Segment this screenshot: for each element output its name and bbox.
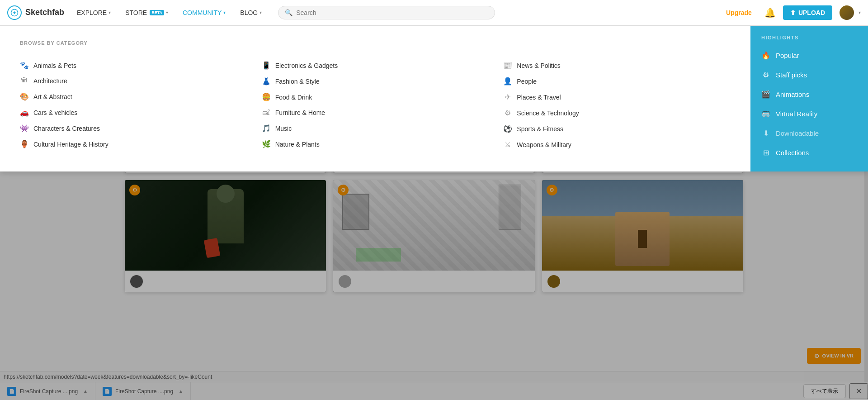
cat-cultural[interactable]: 🏺 Cultural Heritage & History: [18, 136, 249, 152]
upload-button[interactable]: ⬆ UPLOAD: [783, 5, 832, 20]
cars-icon: 🚗: [20, 108, 29, 117]
news-icon: 📰: [503, 61, 512, 70]
community-menu[interactable]: COMMUNITY ▾: [177, 5, 231, 20]
search-icon: 🔍: [285, 9, 292, 16]
people-icon: 👤: [503, 77, 512, 86]
logo-icon: [7, 5, 22, 20]
highlights-panel: HIGHLIGHTS 🔥 Popular ⚙ Staff picks 🎬 Ani…: [750, 26, 868, 171]
highlight-popular[interactable]: 🔥 Popular: [750, 46, 868, 65]
upload-arrow-icon: ⬆: [790, 9, 796, 16]
furniture-icon: 🛋: [262, 109, 271, 117]
blog-chevron-icon: ▾: [259, 10, 262, 15]
cat-characters[interactable]: 👾 Characters & Creatures: [18, 120, 249, 136]
food-icon: 🍔: [262, 93, 271, 101]
explore-chevron-icon: ▾: [108, 10, 111, 15]
cat-people[interactable]: 👤 People: [501, 73, 732, 89]
cultural-icon: 🏺: [20, 140, 29, 148]
staffpicks-gear-icon: ⚙: [761, 71, 770, 79]
upgrade-button[interactable]: Upgrade: [721, 9, 757, 16]
community-chevron-icon: ▾: [223, 10, 226, 15]
search-box: 🔍: [278, 6, 495, 19]
categories-col1: 🐾 Animals & Pets 🏛 Architecture 🎨 Art & …: [18, 57, 249, 161]
highlight-animations[interactable]: 🎬 Animations: [750, 85, 868, 104]
categories-panel: BROWSE BY CATEGORY 🐾 Animals & Pets 🏛 Ar…: [0, 26, 750, 171]
architecture-icon: 🏛: [20, 77, 29, 85]
cat-weapons[interactable]: ⚔ Weapons & Military: [501, 137, 732, 152]
fashion-icon: 👗: [262, 77, 271, 86]
electronics-icon: 📱: [262, 61, 271, 70]
cat-news[interactable]: 📰 News & Politics: [501, 57, 732, 73]
places-icon: ✈: [503, 93, 512, 101]
cat-nature[interactable]: 🌿 Nature & Plants: [260, 136, 491, 152]
highlights-title: HIGHLIGHTS: [750, 35, 868, 46]
mega-menu: BROWSE BY CATEGORY 🐾 Animals & Pets 🏛 Ar…: [0, 25, 868, 171]
collections-grid-icon: ⊞: [761, 148, 770, 157]
sports-icon: ⚽: [503, 124, 512, 133]
store-menu[interactable]: STORE BETA ▾: [120, 5, 174, 20]
blog-menu[interactable]: BLOG ▾: [235, 5, 267, 20]
store-chevron-icon: ▾: [166, 10, 168, 15]
logo[interactable]: Sketchfab: [7, 5, 64, 20]
downloadable-arrow-icon: ⬇: [761, 129, 770, 138]
popular-fire-icon: 🔥: [761, 51, 770, 60]
art-icon: 🎨: [20, 92, 29, 101]
highlight-collections[interactable]: ⊞ Collections: [750, 143, 868, 162]
animations-film-icon: 🎬: [761, 90, 770, 99]
cat-fashion[interactable]: 👗 Fashion & Style: [260, 73, 491, 89]
explore-menu[interactable]: EXPLORE ▾: [71, 5, 116, 20]
weapons-icon: ⚔: [503, 140, 512, 149]
science-icon: ⚙: [503, 109, 512, 117]
characters-icon: 👾: [20, 124, 29, 133]
highlight-staffpicks[interactable]: ⚙ Staff picks: [750, 65, 868, 85]
highlight-downloadable[interactable]: ⬇ Downloadable: [750, 124, 868, 143]
animals-icon: 🐾: [20, 61, 29, 70]
cat-cars[interactable]: 🚗 Cars & vehicles: [18, 105, 249, 120]
cat-art[interactable]: 🎨 Art & Abstract: [18, 89, 249, 105]
avatar[interactable]: [840, 5, 854, 20]
cat-places[interactable]: ✈ Places & Travel: [501, 89, 732, 105]
cat-furniture[interactable]: 🛋 Furniture & Home: [260, 105, 491, 120]
avatar-chevron-icon: ▾: [859, 10, 861, 15]
music-icon: 🎵: [262, 124, 271, 133]
notifications-icon[interactable]: 🔔: [761, 7, 779, 18]
cat-architecture[interactable]: 🏛 Architecture: [18, 73, 249, 89]
navbar: Sketchfab EXPLORE ▾ STORE BETA ▾ COMMUNI…: [0, 0, 868, 25]
vr-headset-icon: 🥽: [761, 110, 770, 118]
cat-food[interactable]: 🍔 Food & Drink: [260, 89, 491, 105]
cat-electronics[interactable]: 📱 Electronics & Gadgets: [260, 57, 491, 73]
nature-icon: 🌿: [262, 140, 271, 148]
cat-science[interactable]: ⚙ Science & Technology: [501, 105, 732, 121]
cat-animals[interactable]: 🐾 Animals & Pets: [18, 57, 249, 73]
categories-col3: 📰 News & Politics 👤 People ✈ Places & Tr…: [501, 57, 732, 161]
search-input[interactable]: [296, 9, 488, 16]
logo-text: Sketchfab: [25, 8, 64, 17]
cat-sports[interactable]: ⚽ Sports & Fitness: [501, 121, 732, 137]
categories-col2: 📱 Electronics & Gadgets 👗 Fashion & Styl…: [260, 57, 491, 161]
browse-section-label: BROWSE BY CATEGORY: [18, 37, 732, 56]
highlight-vr[interactable]: 🥽 Virtual Reality: [750, 104, 868, 124]
cat-music[interactable]: 🎵 Music: [260, 120, 491, 136]
